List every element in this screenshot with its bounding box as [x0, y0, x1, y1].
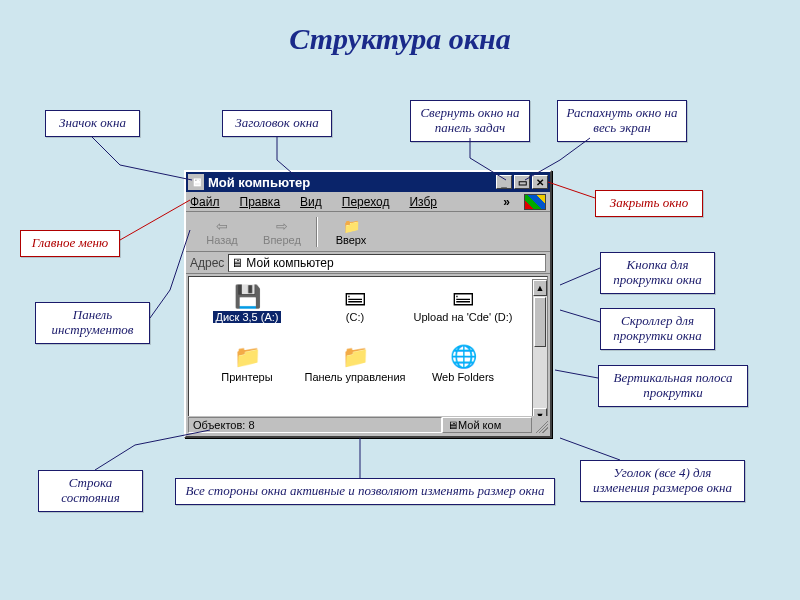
menu-file[interactable]: Файл [190, 195, 230, 209]
svg-line-0 [92, 137, 120, 165]
callout-window-icon: Значок окна [45, 110, 140, 137]
netdrive-icon: 🖴 [447, 283, 479, 311]
address-value: Мой компьютер [246, 256, 333, 270]
maximize-button[interactable]: ▭ [514, 175, 530, 189]
back-button[interactable]: ⇦Назад [192, 218, 252, 246]
resize-grip[interactable] [532, 417, 548, 433]
item-control-panel[interactable]: 📁Панель управления [301, 343, 409, 403]
content-area[interactable]: 💾Диск 3,5 (A:) 🖴(C:) 🖴Upload на 'Cde' (D… [188, 276, 548, 422]
menu-go[interactable]: Переход [342, 195, 400, 209]
callout-toolbar: Панель инструментов [35, 302, 150, 344]
page-title: Структура окна [0, 22, 800, 56]
folder-icon: 📁 [231, 343, 263, 371]
callout-scroll-thumb: Скроллер для прокрутки окна [600, 308, 715, 350]
up-button[interactable]: 📁Вверх [321, 218, 381, 246]
svg-line-1 [120, 165, 192, 180]
callout-scroll-button: Кнопка для прокрутки окна [600, 252, 715, 294]
system-icon[interactable]: 🖥 [188, 174, 204, 190]
menu-fav[interactable]: Избр [409, 195, 447, 209]
window: 🖥 Мой компьютер _ ▭ ✕ Файл Правка Вид Пе… [184, 170, 552, 438]
folder-icon: 📁 [339, 343, 371, 371]
toolbar: ⇦Назад ⇨Вперед 📁Вверх [186, 212, 550, 252]
status-zone: 🖥 Мой ком [442, 417, 532, 433]
svg-line-10 [150, 290, 170, 318]
status-bar: Объектов: 8 🖥 Мой ком [188, 416, 548, 434]
svg-line-14 [555, 370, 598, 378]
callout-main-menu: Главное меню [20, 230, 120, 257]
item-web-folders[interactable]: 🌐Web Folders [409, 343, 517, 403]
vertical-scrollbar[interactable]: ▲ ▼ [532, 279, 548, 425]
item-drive-c[interactable]: 🖴(C:) [301, 283, 409, 343]
item-printers[interactable]: 📁Принтеры [193, 343, 301, 403]
callout-window-title: Заголовок окна [222, 110, 332, 137]
callout-sides-active: Все стороны окна активные и позволяют из… [175, 478, 555, 505]
webfolder-icon: 🌐 [447, 343, 479, 371]
titlebar[interactable]: 🖥 Мой компьютер _ ▭ ✕ [186, 172, 550, 192]
minimize-button[interactable]: _ [496, 175, 512, 189]
item-floppy[interactable]: 💾Диск 3,5 (A:) [193, 283, 301, 343]
svg-line-15 [95, 445, 135, 470]
menu-edit[interactable]: Правка [240, 195, 291, 209]
forward-button[interactable]: ⇨Вперед [252, 218, 312, 246]
address-bar: Адрес 🖥 Мой компьютер [186, 252, 550, 274]
floppy-icon: 💾 [231, 283, 263, 311]
window-title-text: Мой компьютер [208, 175, 310, 190]
callout-status-bar: Строка состояния [38, 470, 143, 512]
svg-line-9 [120, 200, 190, 240]
svg-line-12 [560, 268, 600, 285]
scroll-thumb[interactable] [534, 297, 546, 347]
callout-scrollbar: Вертикальная полоса прокрутки [598, 365, 748, 407]
menu-overflow[interactable]: » [503, 195, 510, 209]
folder-up-icon: 📁 [343, 218, 360, 234]
callout-maximize: Распахнуть окно на весь экран [557, 100, 687, 142]
callout-minimize: Свернуть окно на панель задач [410, 100, 530, 142]
menu-view[interactable]: Вид [300, 195, 332, 209]
arrow-right-icon: ⇨ [276, 218, 288, 234]
address-label: Адрес [190, 256, 224, 270]
svg-line-8 [548, 182, 595, 198]
windows-logo-icon [524, 194, 546, 210]
svg-line-18 [560, 438, 620, 460]
arrow-left-icon: ⇦ [216, 218, 228, 234]
callout-resize-corner: Уголок (все 4) для изменения размеров ок… [580, 460, 745, 502]
callout-close: Закрыть окно [595, 190, 703, 217]
address-field[interactable]: 🖥 Мой компьютер [228, 254, 546, 272]
item-drive-d[interactable]: 🖴Upload на 'Cde' (D:) [409, 283, 517, 343]
status-objects: Объектов: 8 [188, 417, 442, 433]
close-button[interactable]: ✕ [532, 175, 548, 189]
separator [316, 217, 317, 247]
scroll-up-button[interactable]: ▲ [533, 280, 547, 296]
drive-icon: 🖴 [339, 283, 371, 311]
menubar: Файл Правка Вид Переход Избр » [186, 192, 550, 212]
svg-line-13 [560, 310, 600, 322]
computer-icon: 🖥 [231, 256, 243, 270]
